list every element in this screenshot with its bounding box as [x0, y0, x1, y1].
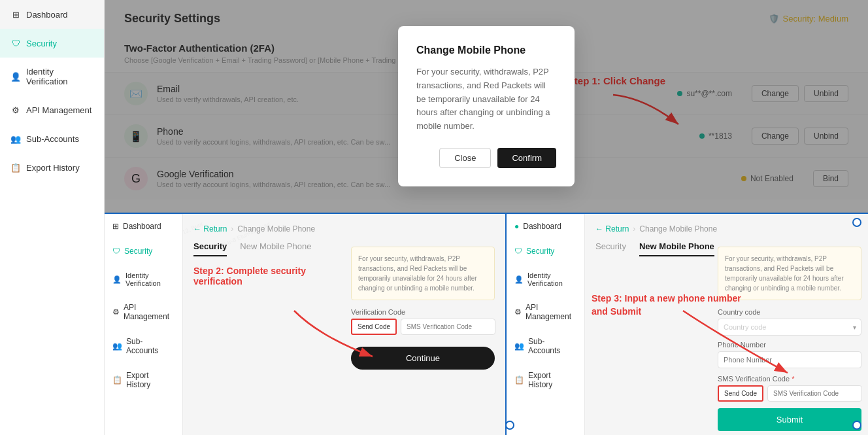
br-sidebar-dashboard[interactable]: ● Dashboard — [507, 214, 584, 239]
sidebar-item-api[interactable]: ⚙ API Management — [0, 96, 104, 124]
sidebar-item-export[interactable]: 📋 Export History — [0, 153, 104, 182]
bl-security-icon: 🛡 — [112, 247, 120, 256]
main-content: Security Settings 🛡️ Security: Medium St… — [105, 0, 868, 435]
bl-sidebar-security[interactable]: 🛡 Security — [105, 239, 182, 264]
bl-dashboard-icon: ⊞ — [112, 222, 119, 231]
dashboard-icon: ⊞ — [10, 9, 21, 20]
bl-sidebar-dashboard[interactable]: ⊞ Dashboard — [105, 214, 182, 239]
sms-verification-input[interactable] — [401, 319, 495, 335]
bl-tab-new-phone[interactable]: New Mobile Phone — [240, 241, 311, 256]
security-icon: 🛡 — [10, 38, 21, 48]
bl-sidebar: ⊞ Dashboard 🛡 Security 👤 Identity Verifi… — [105, 214, 183, 435]
bl-sidebar-subaccounts[interactable]: 👥 Sub-Accounts — [105, 329, 182, 363]
step3-arrow — [670, 304, 801, 383]
bl-breadcrumb: ← Return › Change Mobile Phone — [193, 224, 495, 234]
br-sidebar-subaccounts[interactable]: 👥 Sub-Accounts — [507, 329, 584, 363]
change-mobile-modal: Change Mobile Phone For your security, w… — [398, 26, 575, 186]
bl-content: IdaB4r-8 Etun-12, Buur IdaB4r-8 Etun-12,… — [183, 214, 505, 435]
sms-code-row: Send Code — [718, 385, 861, 402]
bl-api-icon: ⚙ — [112, 307, 120, 317]
br-return-link[interactable]: ← Return — [595, 224, 629, 234]
sidebar-item-dashboard[interactable]: ⊞ Dashboard — [0, 0, 104, 29]
br-sidebar-export[interactable]: 📋 Export History — [507, 363, 584, 397]
export-icon: 📋 — [10, 162, 21, 173]
bl-page-name: Change Mobile Phone — [237, 224, 315, 234]
br-breadcrumb: ← Return › Change Mobile Phone — [595, 224, 858, 234]
br-content: ← Return › Change Mobile Phone Security … — [585, 214, 868, 435]
app-container: ⊞ Dashboard 🛡 Security 👤 Identity Verifi… — [0, 0, 868, 435]
api-icon: ⚙ — [10, 105, 21, 115]
br-sidebar: ● Dashboard 🛡 Security 👤 Identity Verifi… — [507, 214, 585, 435]
circle-bottom-right — [852, 421, 861, 430]
br-sub-icon: 👥 — [514, 341, 524, 351]
modal-title: Change Mobile Phone — [416, 44, 556, 56]
br-sidebar-api[interactable]: ⚙ API Management — [507, 295, 584, 329]
main-sidebar: ⊞ Dashboard 🛡 Security 👤 Identity Verifi… — [0, 0, 105, 435]
identity-icon: 👤 — [10, 71, 21, 82]
br-identity-icon: 👤 — [514, 275, 524, 284]
br-tab-new-phone[interactable]: New Mobile Phone — [639, 241, 714, 256]
circle-bottom-left — [505, 421, 514, 430]
br-sms-input[interactable] — [767, 385, 862, 402]
bottom-section: ⊞ Dashboard 🛡 Security 👤 Identity Verifi… — [105, 213, 868, 435]
modal-actions: Close Confirm — [416, 148, 556, 168]
sidebar-item-identity[interactable]: 👤 Identity Verification — [0, 58, 104, 96]
bl-return-link[interactable]: ← Return — [193, 224, 227, 234]
bl-sidebar-identity[interactable]: 👤 Identity Verification — [105, 264, 182, 295]
br-sidebar-security[interactable]: 🛡 Security — [507, 239, 584, 264]
step2-annotation-line1: Step 2: Complete security — [193, 266, 495, 276]
br-security-icon: 🛡 — [514, 247, 522, 256]
br-sidebar-identity[interactable]: 👤 Identity Verification — [507, 264, 584, 295]
br-export-icon: 📋 — [514, 375, 524, 385]
bottom-right-panel: ● Dashboard 🛡 Security 👤 Identity Verifi… — [507, 214, 868, 435]
bottom-left-panel: ⊞ Dashboard 🛡 Security 👤 Identity Verifi… — [105, 214, 507, 435]
subaccounts-icon: 👥 — [10, 133, 21, 144]
bl-sidebar-api[interactable]: ⚙ API Management — [105, 295, 182, 329]
br-api-icon: ⚙ — [514, 307, 522, 317]
bl-sub-icon: 👥 — [112, 341, 122, 351]
sidebar-item-subaccounts[interactable]: 👥 Sub-Accounts — [0, 124, 104, 153]
br-dashboard-icon: ● — [514, 222, 519, 231]
bl-identity-icon: 👤 — [112, 275, 122, 284]
br-tab-security[interactable]: Security — [595, 241, 626, 256]
bl-export-icon: 📋 — [112, 375, 122, 385]
modal-confirm-button[interactable]: Confirm — [497, 148, 556, 168]
sidebar-item-security[interactable]: 🛡 Security — [0, 29, 104, 58]
circle-top-right — [852, 218, 861, 227]
top-section: Security Settings 🛡️ Security: Medium St… — [105, 0, 868, 213]
br-send-code-button[interactable]: Send Code — [718, 385, 763, 402]
modal-overlay: Change Mobile Phone For your security, w… — [105, 0, 868, 213]
modal-body: For your security, withdrawals, P2P tran… — [416, 65, 556, 133]
modal-close-button[interactable]: Close — [439, 148, 491, 168]
bl-tab-security[interactable]: Security — [193, 241, 227, 256]
step2-arrow — [268, 304, 399, 370]
submit-button[interactable]: Submit — [718, 408, 861, 431]
bl-sidebar-export[interactable]: 📋 Export History — [105, 363, 182, 397]
br-page-name: Change Mobile Phone — [639, 224, 717, 234]
step2-annotation-line2: verification — [193, 276, 495, 287]
